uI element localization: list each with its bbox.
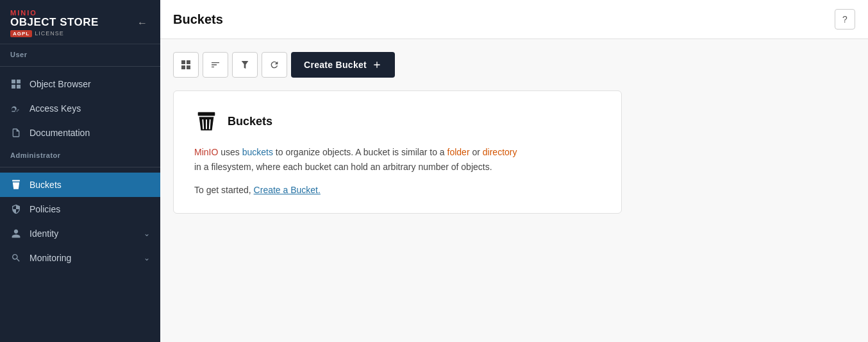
filter-button[interactable] [232, 52, 258, 78]
monitoring-expand-icon: ⌄ [144, 253, 150, 262]
info-card-description: MinIO uses buckets to organize objects. … [194, 145, 601, 175]
svg-rect-0 [12, 80, 15, 83]
sidebar-section-administrator-label: Administrator [0, 145, 160, 162]
sidebar-item-identity[interactable]: Identity ⌄ [0, 221, 160, 246]
sidebar-item-monitoring[interactable]: Monitoring ⌄ [0, 246, 160, 270]
refresh-button[interactable] [262, 52, 287, 78]
svg-rect-3 [17, 85, 21, 89]
svg-rect-8 [181, 60, 185, 64]
svg-line-7 [17, 184, 18, 188]
logo-license: AGPL LICENSE [10, 30, 99, 37]
info-card-cta: To get started, Create a Bucket. [194, 185, 601, 195]
sidebar-item-buckets-label: Buckets [29, 180, 150, 190]
sidebar-section-user: User Object Browser Access Keys Document… [0, 44, 160, 145]
sidebar: MINIO OBJECT OBJECT STORESTORE AGPL LICE… [0, 0, 160, 342]
create-bucket-link[interactable]: Create a Bucket. [254, 185, 321, 195]
main-header: Buckets ? [160, 0, 868, 39]
info-card-cta-text: To get started, [194, 185, 254, 195]
page-title: Buckets [173, 12, 223, 27]
create-bucket-label: Create Bucket [304, 60, 367, 70]
key-icon [10, 103, 22, 114]
desc-directory: directory [483, 147, 517, 157]
logo-object-store-text: OBJECT OBJECT STORESTORE [10, 17, 99, 29]
filter-icon [240, 60, 250, 70]
logo-license-badge: AGPL [10, 30, 32, 37]
sidebar-item-policies[interactable]: Policies [0, 197, 160, 221]
sidebar-logo: MINIO OBJECT OBJECT STORESTORE AGPL LICE… [10, 9, 99, 37]
logo-license-text: LICENSE [35, 30, 64, 37]
svg-rect-9 [187, 60, 190, 64]
create-bucket-button[interactable]: Create Bucket [291, 52, 395, 78]
sidebar-item-monitoring-label: Monitoring [29, 253, 136, 263]
svg-rect-4 [12, 180, 20, 181]
bucket-icon [194, 109, 219, 133]
sidebar-item-object-browser[interactable]: Object Browser [0, 72, 160, 96]
help-button[interactable]: ? [835, 9, 855, 30]
sidebar-header: MINIO OBJECT OBJECT STORESTORE AGPL LICE… [0, 0, 160, 44]
sidebar-item-access-keys[interactable]: Access Keys [0, 96, 160, 121]
bucket-nav-icon [10, 179, 22, 191]
sidebar-item-policies-label: Policies [29, 204, 150, 214]
sidebar-item-documentation-label: Documentation [29, 128, 150, 138]
desc-minio: MinIO [194, 147, 218, 157]
svg-rect-2 [12, 85, 15, 89]
sidebar-item-documentation[interactable]: Documentation [0, 121, 160, 145]
desc-buckets: buckets [242, 147, 273, 157]
grid-icon [10, 78, 22, 90]
sidebar-item-buckets[interactable]: Buckets [0, 173, 160, 197]
buckets-info-card: Buckets MinIO uses buckets to organize o… [173, 90, 622, 214]
grid-view-button[interactable] [173, 52, 199, 78]
svg-rect-11 [187, 65, 190, 69]
policy-icon [10, 203, 22, 215]
svg-rect-10 [181, 65, 185, 69]
section-divider-admin [0, 167, 160, 167]
identity-expand-icon: ⌄ [144, 229, 150, 238]
svg-rect-12 [198, 112, 215, 116]
doc-icon [10, 127, 22, 139]
main-body: Create Bucket Buckets MinIO uses bucke [160, 39, 868, 342]
svg-line-15 [210, 119, 210, 129]
sidebar-section-user-label: User [0, 44, 160, 61]
sidebar-item-object-browser-label: Object Browser [29, 79, 150, 89]
svg-line-5 [14, 184, 15, 188]
sidebar-collapse-button[interactable]: ← [135, 15, 150, 31]
svg-rect-1 [17, 80, 21, 83]
monitoring-icon [10, 252, 22, 264]
identity-icon [10, 228, 22, 239]
svg-line-13 [203, 119, 203, 129]
sidebar-item-identity-label: Identity [29, 228, 136, 239]
section-divider-user [0, 66, 160, 67]
sidebar-section-administrator: Administrator Buckets Policies [0, 145, 160, 270]
info-card-title-row: Buckets [194, 109, 601, 133]
desc-folder: folder [447, 147, 470, 157]
sidebar-item-access-keys-label: Access Keys [29, 103, 150, 114]
plus-icon [372, 60, 382, 70]
info-card-title: Buckets [228, 115, 272, 128]
toolbar: Create Bucket [173, 52, 855, 78]
sort-button[interactable] [203, 52, 228, 78]
grid-view-icon [181, 60, 191, 70]
sort-icon [210, 60, 221, 70]
refresh-icon [269, 60, 280, 70]
main-content: Buckets ? [160, 0, 868, 342]
